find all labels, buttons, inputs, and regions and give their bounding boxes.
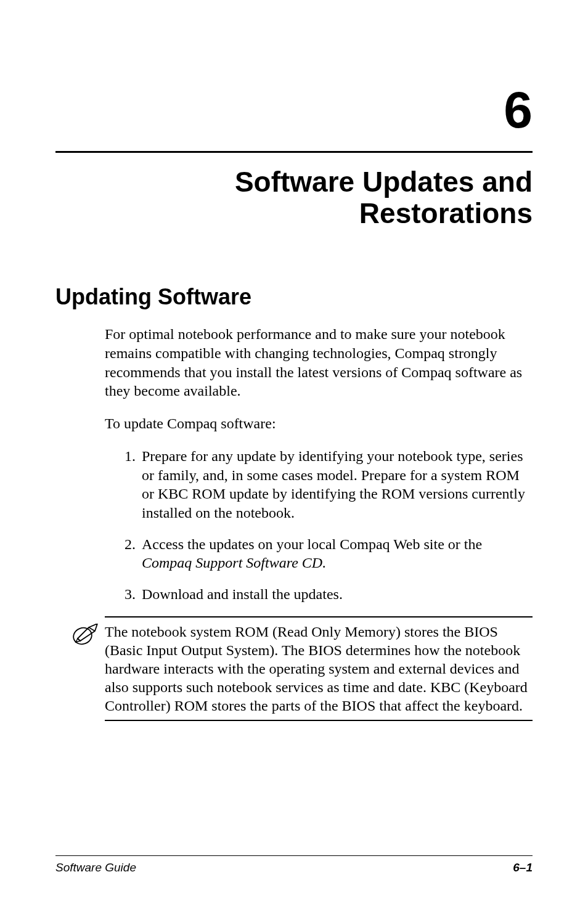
ordered-list: 1. Prepare for any update by identifying… — [120, 447, 533, 604]
list-text: Access the updates on your local Compaq … — [142, 535, 533, 573]
note-content: The notebook system ROM (Read Only Memor… — [105, 622, 533, 715]
note-pencil-icon — [70, 624, 99, 648]
list-item: 3. Download and install the updates. — [120, 585, 533, 604]
list-item: 2. Access the updates on your local Comp… — [120, 535, 533, 573]
note-text: The notebook system ROM (Read Only Memor… — [105, 622, 533, 715]
list-text-italic: Compaq Support Software CD. — [142, 555, 326, 571]
paragraph-2: To update Compaq software: — [105, 414, 533, 433]
chapter-title-line1: Software Updates and — [235, 166, 533, 198]
list-item: 1. Prepare for any update by identifying… — [120, 447, 533, 523]
list-text: Prepare for any update by identifying yo… — [142, 447, 533, 523]
paragraph-1: For optimal notebook performance and to … — [105, 325, 533, 401]
footer-doc-title: Software Guide — [55, 861, 136, 874]
list-text-pre: Access the updates on your local Compaq … — [142, 536, 482, 552]
note-rule-top — [105, 616, 533, 618]
list-number: 3. — [120, 585, 136, 604]
chapter-title: Software Updates and Restorations — [55, 166, 533, 229]
document-page: 6 Software Updates and Restorations Upda… — [0, 0, 588, 909]
footer-page-number: 6–1 — [513, 861, 533, 874]
chapter-number: 6 — [55, 80, 533, 140]
list-number: 1. — [120, 447, 136, 523]
footer-row: Software Guide 6–1 — [55, 861, 533, 874]
list-number: 2. — [120, 535, 136, 573]
list-text: Download and install the updates. — [142, 585, 533, 604]
section-heading: Updating Software — [55, 284, 533, 310]
note-block: The notebook system ROM (Read Only Memor… — [105, 616, 533, 721]
page-footer: Software Guide 6–1 — [55, 855, 533, 874]
chapter-title-line2: Restorations — [359, 197, 533, 229]
note-rule-bottom — [105, 720, 533, 721]
chapter-rule — [55, 151, 533, 153]
footer-rule — [55, 855, 533, 856]
